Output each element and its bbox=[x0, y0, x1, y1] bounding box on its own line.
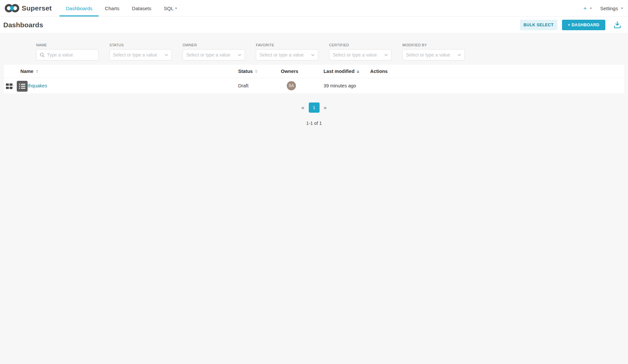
superset-infinity-icon bbox=[5, 3, 19, 13]
grid-view-icon bbox=[6, 83, 12, 89]
list-view-icon bbox=[19, 84, 25, 89]
select-placeholder: Select or type a value bbox=[113, 52, 157, 57]
new-item-menu[interactable]: + ▾ bbox=[583, 5, 592, 11]
nav-tab-dashboards[interactable]: Dashboards bbox=[59, 0, 99, 16]
column-label: Name bbox=[20, 69, 34, 74]
column-label: Last modified bbox=[324, 69, 354, 74]
page-header: Dashboards BULK SELECT + DASHBOARD bbox=[0, 17, 628, 33]
filter-certified: CERTIFIED Select or type a value bbox=[329, 43, 392, 60]
filter-owner: OWNER Select or type a value bbox=[183, 43, 245, 60]
filter-status: STATUS Select or type a value bbox=[109, 43, 172, 60]
owner-filter-select[interactable]: Select or type a value bbox=[183, 49, 245, 60]
bulk-select-button[interactable]: BULK SELECT bbox=[520, 20, 557, 30]
name-cell: Earthquakes bbox=[20, 83, 238, 88]
pager-controls: « 1 » bbox=[302, 102, 327, 113]
column-header-last-modified[interactable]: Last modified bbox=[324, 69, 370, 74]
nav-tab-label: Datasets bbox=[132, 6, 151, 11]
name-search-input[interactable] bbox=[36, 49, 99, 60]
add-dashboard-button[interactable]: + DASHBOARD bbox=[562, 20, 605, 30]
chevron-down-icon bbox=[238, 54, 241, 56]
view-mode-toggles bbox=[6, 81, 28, 92]
filter-modified-by: MODIFIED BY Select or type a value bbox=[402, 43, 465, 60]
settings-label: Settings bbox=[600, 6, 618, 11]
nav-tab-label: Dashboards bbox=[66, 6, 92, 11]
page-title: Dashboards bbox=[3, 21, 43, 29]
import-dashboards-button[interactable] bbox=[613, 21, 621, 29]
search-icon bbox=[40, 53, 45, 57]
select-placeholder: Select or type a value bbox=[406, 52, 450, 57]
chevron-down-icon bbox=[458, 54, 461, 56]
filter-label: NAME bbox=[36, 43, 99, 47]
page-1-button[interactable]: 1 bbox=[309, 102, 320, 113]
column-label: Status bbox=[238, 69, 253, 74]
table-row: ☆ Earthquakes Draft SA 39 minutes ago bbox=[4, 78, 624, 93]
next-page-button[interactable]: » bbox=[324, 105, 327, 111]
select-placeholder: Select or type a value bbox=[259, 52, 304, 57]
main-nav: Dashboards Charts Datasets SQL ▾ bbox=[59, 0, 183, 16]
download-icon bbox=[613, 21, 621, 29]
status-filter-select[interactable]: Select or type a value bbox=[109, 49, 172, 60]
column-header-status[interactable]: Status bbox=[238, 69, 281, 74]
owners-cell: SA bbox=[281, 81, 324, 90]
sort-icon bbox=[255, 70, 258, 73]
chevron-down-icon: ▾ bbox=[621, 7, 623, 10]
pagination: « 1 » 1-1 of 1 bbox=[0, 102, 628, 126]
column-header-actions: Actions bbox=[370, 69, 624, 74]
filter-label: MODIFIED BY bbox=[402, 43, 465, 47]
chevron-down-icon bbox=[384, 54, 388, 56]
chevron-down-icon: ▾ bbox=[590, 7, 592, 10]
card-view-toggle[interactable] bbox=[6, 83, 12, 89]
owner-avatar[interactable]: SA bbox=[287, 81, 296, 90]
prev-page-button[interactable]: « bbox=[302, 105, 304, 111]
filter-name: NAME bbox=[36, 43, 99, 60]
navbar-right: + ▾ Settings ▾ bbox=[583, 0, 623, 16]
filter-bar: NAME STATUS Select or type a value OWNE bbox=[0, 33, 628, 65]
favorite-filter-select[interactable]: Select or type a value bbox=[256, 49, 318, 60]
filter-label: OWNER bbox=[183, 43, 245, 47]
modified-by-filter-select[interactable]: Select or type a value bbox=[402, 49, 465, 60]
nav-tab-datasets[interactable]: Datasets bbox=[126, 0, 158, 16]
brand-name: Superset bbox=[22, 4, 52, 12]
filter-label: STATUS bbox=[109, 43, 172, 47]
last-modified-cell: 39 minutes ago bbox=[324, 83, 370, 88]
top-navbar: Superset Dashboards Charts Datasets SQL … bbox=[0, 0, 628, 17]
dashboards-table: Name Status Owners Last modified Actions… bbox=[4, 65, 624, 93]
column-label: Actions bbox=[370, 69, 388, 74]
pagination-summary: 1-1 of 1 bbox=[306, 121, 322, 126]
settings-menu[interactable]: Settings ▾ bbox=[600, 6, 623, 11]
header-actions: BULK SELECT + DASHBOARD bbox=[520, 20, 621, 30]
nav-tab-label: SQL bbox=[164, 6, 174, 11]
plus-icon: + bbox=[583, 5, 587, 11]
filter-label: CERTIFIED bbox=[329, 43, 392, 47]
chevron-down-icon: ▾ bbox=[175, 7, 177, 10]
column-header-owners: Owners bbox=[281, 69, 324, 74]
sort-icon bbox=[36, 70, 38, 73]
select-placeholder: Select or type a value bbox=[186, 52, 231, 57]
column-label: Owners bbox=[281, 69, 298, 74]
table-header-row: Name Status Owners Last modified Actions bbox=[4, 65, 624, 78]
nav-tab-label: Charts bbox=[105, 6, 119, 11]
filters-row: NAME STATUS Select or type a value OWNE bbox=[36, 43, 465, 60]
superset-logo[interactable]: Superset bbox=[5, 0, 52, 16]
column-header-name[interactable]: Name bbox=[20, 69, 238, 74]
sort-desc-icon bbox=[357, 70, 359, 73]
chevron-down-icon bbox=[165, 54, 168, 56]
chevron-down-icon bbox=[311, 54, 315, 56]
filter-favorite: FAVORITE Select or type a value bbox=[256, 43, 318, 60]
certified-filter-select[interactable]: Select or type a value bbox=[329, 49, 392, 60]
nav-tab-sql[interactable]: SQL ▾ bbox=[158, 0, 183, 16]
nav-tab-charts[interactable]: Charts bbox=[99, 0, 125, 16]
filter-label: FAVORITE bbox=[256, 43, 318, 47]
name-filter-field[interactable] bbox=[47, 52, 95, 57]
select-placeholder: Select or type a value bbox=[333, 52, 377, 57]
list-view-toggle[interactable] bbox=[17, 81, 28, 92]
status-cell: Draft bbox=[238, 83, 281, 88]
